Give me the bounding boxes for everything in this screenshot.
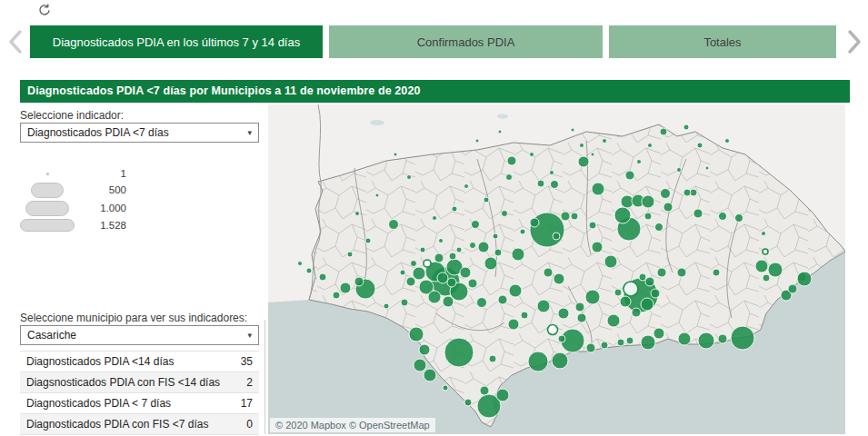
map-bubble[interactable] bbox=[548, 325, 558, 335]
map-bubble[interactable] bbox=[443, 296, 454, 307]
map-bubble[interactable] bbox=[496, 389, 509, 401]
map-bubble[interactable] bbox=[494, 249, 502, 256]
map-bubble[interactable] bbox=[419, 344, 430, 355]
map-bubble[interactable] bbox=[414, 359, 426, 372]
table-row[interactable]: Diagsnosticados PDIA con FIS <14 días2 bbox=[20, 372, 259, 393]
map-bubble[interactable] bbox=[580, 144, 584, 148]
map-bubble[interactable] bbox=[625, 171, 634, 180]
map-bubble[interactable] bbox=[698, 332, 714, 349]
map-bubble[interactable] bbox=[550, 171, 554, 175]
map-bubble[interactable] bbox=[520, 229, 525, 234]
page-tab-1[interactable]: Confirmados PDIA bbox=[329, 25, 603, 58]
map-bubble[interactable] bbox=[508, 319, 519, 330]
map-bubble[interactable] bbox=[713, 269, 720, 276]
map-bubble[interactable] bbox=[413, 267, 425, 280]
map-bubble[interactable] bbox=[719, 213, 727, 221]
map-bubble[interactable] bbox=[512, 248, 524, 261]
map-bubble[interactable] bbox=[731, 326, 754, 350]
map-bubble[interactable] bbox=[480, 386, 489, 395]
map-bubble[interactable] bbox=[578, 156, 589, 167]
map-bubble[interactable] bbox=[319, 273, 326, 281]
map-bubble[interactable] bbox=[447, 278, 456, 287]
map-bubble[interactable] bbox=[645, 277, 654, 286]
prev-page-chevron-icon[interactable] bbox=[5, 27, 28, 56]
map-bubble[interactable] bbox=[642, 195, 654, 208]
map-bubble[interactable] bbox=[626, 337, 634, 344]
map-bubble[interactable] bbox=[528, 352, 548, 372]
map-bubble[interactable] bbox=[617, 339, 624, 346]
map-bubble[interactable] bbox=[306, 268, 312, 273]
map-bubble[interactable] bbox=[437, 272, 448, 283]
map-bubble[interactable] bbox=[558, 335, 565, 342]
map-bubble[interactable] bbox=[400, 270, 405, 275]
map-bubble[interactable] bbox=[365, 238, 371, 243]
map-bubble[interactable] bbox=[340, 282, 351, 293]
map-bubble[interactable] bbox=[506, 174, 513, 181]
map-bubble[interactable] bbox=[677, 268, 686, 277]
map-bubble[interactable] bbox=[484, 257, 497, 270]
map-bubble[interactable] bbox=[460, 267, 471, 278]
map-bubble[interactable] bbox=[585, 290, 600, 304]
map-bubble[interactable] bbox=[477, 298, 487, 308]
map-bubble[interactable] bbox=[624, 282, 638, 296]
map-bubble[interactable] bbox=[449, 253, 456, 260]
map-bubble[interactable] bbox=[394, 153, 397, 156]
refresh-icon[interactable] bbox=[36, 2, 53, 18]
map-bubble[interactable] bbox=[470, 243, 476, 249]
map-bubble[interactable] bbox=[639, 273, 646, 281]
map-bubble[interactable] bbox=[768, 263, 783, 277]
map-bubble[interactable] bbox=[755, 260, 768, 272]
map-bubble[interactable] bbox=[409, 327, 424, 342]
map-bubble[interactable] bbox=[521, 312, 528, 319]
map-bubble[interactable] bbox=[544, 268, 553, 277]
map-bubble[interactable] bbox=[763, 249, 768, 254]
map-bubble[interactable] bbox=[478, 242, 489, 253]
page-tab-0[interactable]: Diagnosticados PDIA en los últimos 7 y 1… bbox=[30, 25, 323, 58]
table-row[interactable]: Diagnosticados PDIA <14 días35 bbox=[20, 352, 259, 372]
map-bubble[interactable] bbox=[683, 189, 691, 196]
map-bubble[interactable] bbox=[641, 335, 655, 350]
map-bubble[interactable] bbox=[661, 189, 671, 199]
map-bubble[interactable] bbox=[298, 262, 303, 266]
map-bubble[interactable] bbox=[464, 399, 472, 406]
map-bubble[interactable] bbox=[651, 289, 660, 298]
map-bubble[interactable] bbox=[763, 274, 770, 282]
map-bubble[interactable] bbox=[788, 284, 797, 293]
map-bubble[interactable] bbox=[653, 328, 664, 339]
map-bubble[interactable] bbox=[644, 213, 652, 220]
map-bubble[interactable] bbox=[472, 221, 480, 229]
map-bubble[interactable] bbox=[648, 144, 653, 148]
map-bubble[interactable] bbox=[718, 334, 727, 343]
map-bubble[interactable] bbox=[489, 355, 496, 362]
map-bubble[interactable] bbox=[586, 343, 595, 352]
map-bubble[interactable] bbox=[502, 211, 508, 217]
map-bubble[interactable] bbox=[601, 342, 608, 349]
map-bubble[interactable] bbox=[592, 183, 604, 195]
map-bubble[interactable] bbox=[347, 252, 353, 257]
map-bubble[interactable] bbox=[333, 292, 340, 299]
map-bubble[interactable] bbox=[735, 214, 743, 223]
map-bubble[interactable] bbox=[375, 193, 379, 197]
map-bubble[interactable] bbox=[641, 298, 653, 311]
map-bubble[interactable] bbox=[604, 255, 617, 268]
map-bubble[interactable] bbox=[456, 247, 462, 253]
map-bubble[interactable] bbox=[553, 233, 560, 240]
map-bubble[interactable] bbox=[498, 130, 502, 134]
map-bubble[interactable] bbox=[464, 184, 469, 189]
map-bubble[interactable] bbox=[406, 277, 415, 286]
map-bubble[interactable] bbox=[537, 300, 550, 312]
map-bubble[interactable] bbox=[530, 153, 534, 157]
map-bubble[interactable] bbox=[571, 213, 578, 220]
map-bubble[interactable] bbox=[434, 253, 444, 263]
map-bubble[interactable] bbox=[537, 180, 544, 187]
map-bubble[interactable] bbox=[354, 277, 364, 286]
map-bubble[interactable] bbox=[407, 175, 412, 180]
map-bubble[interactable] bbox=[384, 303, 389, 309]
map-bubble[interactable] bbox=[632, 308, 641, 317]
map-bubble[interactable] bbox=[577, 313, 586, 322]
map-bubble[interactable] bbox=[589, 222, 596, 229]
map-bubble[interactable] bbox=[762, 232, 766, 236]
table-row[interactable]: Diagnosticados PDIA con FIS <7 días0 bbox=[20, 414, 259, 435]
map-bubble[interactable] bbox=[693, 209, 703, 218]
map-bubble[interactable] bbox=[614, 289, 622, 296]
